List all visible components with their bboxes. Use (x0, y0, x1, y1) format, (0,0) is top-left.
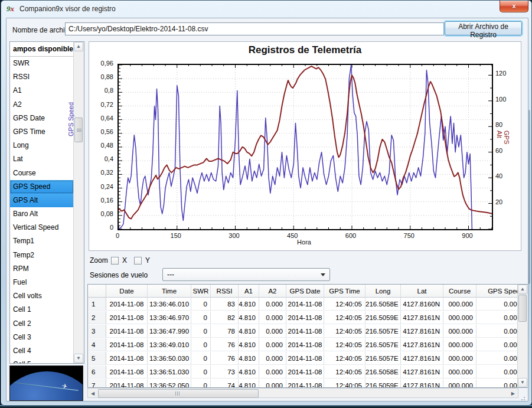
table-cell[interactable]: 216.5058E (365, 298, 401, 311)
zoom-x-checkbox[interactable] (111, 257, 119, 265)
table-cell[interactable]: 216.5058E (365, 365, 401, 378)
table-cell[interactable]: 83 (211, 298, 239, 311)
table-cell[interactable]: 12:40:05 (324, 298, 365, 311)
column-header[interactable]: SWR (191, 285, 211, 298)
table-cell[interactable]: 82 (211, 311, 239, 324)
table-cell[interactable]: 0 (191, 338, 211, 351)
table-vscrollbar[interactable]: ▲ ▼ (517, 285, 528, 387)
column-header[interactable]: GPS Time (324, 285, 365, 298)
table-cell[interactable]: 2014-11-08 (106, 379, 148, 387)
table-cell[interactable]: 12:40:05 (324, 338, 365, 351)
table-cell[interactable]: 4.810 (239, 365, 259, 378)
table-cell[interactable]: 76 (211, 338, 239, 351)
table-cell[interactable]: 13:36:46.010 (148, 298, 191, 311)
fields-scrollbar[interactable]: ▲ ▼ (73, 42, 84, 363)
file-path-input[interactable] (65, 22, 444, 35)
table-cell[interactable]: 0.000 (476, 379, 518, 387)
table-cell[interactable]: 13:36:46.970 (148, 311, 191, 324)
table-cell[interactable]: 6 (88, 365, 106, 378)
table-cell[interactable]: 74 (211, 379, 239, 387)
table-cell[interactable]: 000.000 (443, 352, 476, 365)
table-cell[interactable]: 4.810 (239, 338, 259, 351)
table-cell[interactable]: 0 (191, 379, 211, 387)
table-cell[interactable]: 0 (191, 298, 211, 311)
table-cell[interactable]: 13:36:49.010 (148, 338, 191, 351)
column-header[interactable]: A2 (259, 285, 286, 298)
field-item-fuel[interactable]: Fuel (10, 276, 74, 289)
flight-sessions-dropdown[interactable]: --- (162, 268, 330, 281)
table-cell[interactable]: 0 (191, 311, 211, 324)
title-bar[interactable]: 9x Companion9x visor de registro x (1, 1, 531, 18)
table-cell[interactable]: 2014-11-08 (286, 338, 324, 351)
table-cell[interactable]: 73 (211, 365, 239, 378)
table-row[interactable]: 32014-11-0813:36:47.9900784.8100.0002014… (88, 325, 518, 338)
field-item-cell-4[interactable]: Cell 4 (10, 344, 74, 358)
table-hscrollbar-thumb[interactable] (98, 389, 259, 398)
column-header[interactable]: GPS Speed (476, 285, 518, 298)
field-item-temp2[interactable]: Temp2 (10, 249, 74, 262)
field-item-cell-3[interactable]: Cell 3 (10, 331, 74, 344)
column-header[interactable]: A1 (239, 285, 259, 298)
table-cell[interactable]: 4.810 (239, 379, 259, 387)
table-cell[interactable]: 216.5059E (365, 311, 401, 324)
table-cell[interactable]: 4127.8160N (401, 298, 443, 311)
scroll-up-icon[interactable]: ▲ (74, 42, 83, 51)
table-hscrollbar[interactable]: ◀ ▶ (87, 388, 518, 398)
table-cell[interactable]: 0 (191, 352, 211, 365)
table-cell[interactable]: 4.810 (239, 325, 259, 338)
open-log-button[interactable]: Abrir Archivo de Registro (445, 21, 522, 35)
table-cell[interactable]: 000.000 (443, 325, 476, 338)
field-item-long[interactable]: Long (10, 139, 74, 152)
table-cell[interactable]: 12:40:05 (324, 325, 365, 338)
table-cell[interactable]: 000.000 (443, 379, 476, 387)
table-cell[interactable]: 216.5059E (365, 379, 401, 387)
table-cell[interactable]: 4.810 (239, 298, 259, 311)
field-item-swr[interactable]: SWR (10, 57, 74, 70)
table-cell[interactable]: 0 (191, 325, 211, 338)
table-cell[interactable]: 0.000 (476, 365, 518, 378)
table-scroll-up-icon[interactable]: ▲ (518, 285, 527, 294)
table-cell[interactable]: 2014-11-08 (106, 338, 148, 351)
zoom-y-checkbox[interactable] (134, 257, 142, 265)
column-header[interactable]: Time (148, 285, 191, 298)
table-cell[interactable]: 4127.8161N (401, 379, 443, 387)
table-cell[interactable]: 216.5057E (365, 352, 401, 365)
field-item-cell-1[interactable]: Cell 1 (10, 303, 74, 316)
table-cell[interactable]: 2014-11-08 (106, 365, 148, 378)
table-row[interactable]: 12014-11-0813:36:46.0100834.8100.0002014… (88, 298, 518, 311)
table-cell[interactable]: 2014-11-08 (106, 311, 148, 324)
field-item-cell-5[interactable]: Cell 5 (10, 358, 74, 363)
table-vscrollbar-thumb[interactable] (518, 295, 527, 322)
table-cell[interactable]: 2014-11-08 (106, 325, 148, 338)
field-item-lat[interactable]: Lat (10, 152, 74, 166)
table-cell[interactable]: 12:40:05 (324, 352, 365, 365)
table-cell[interactable]: 4127.8161N (401, 338, 443, 351)
table-cell[interactable]: 13:36:51.030 (148, 365, 191, 378)
table-cell[interactable]: 000.000 (443, 311, 476, 324)
table-cell[interactable]: 4127.8161N (401, 325, 443, 338)
table-cell[interactable]: 0.000 (259, 338, 286, 351)
close-button[interactable]: x (500, 1, 528, 12)
table-cell[interactable]: 3 (88, 325, 106, 338)
table-cell[interactable]: 2014-11-08 (286, 365, 324, 378)
table-cell[interactable]: 000.000 (443, 365, 476, 378)
table-cell[interactable]: 0.000 (476, 298, 518, 311)
field-item-baro-alt[interactable]: Baro Alt (10, 207, 74, 221)
table-cell[interactable]: 1 (88, 298, 106, 311)
column-header[interactable]: RSSI (211, 285, 239, 298)
fields-scrollbar-thumb[interactable] (74, 117, 83, 142)
table-cell[interactable]: 000.000 (443, 298, 476, 311)
table-cell[interactable]: 2014-11-08 (286, 325, 324, 338)
table-cell[interactable]: 0 (191, 365, 211, 378)
column-header[interactable]: Course (443, 285, 476, 298)
field-item-vertical-speed[interactable]: Vertical Speed (10, 221, 74, 234)
table-cell[interactable]: 5 (88, 352, 106, 365)
field-item-gps-alt[interactable]: GPS Alt (10, 194, 74, 207)
table-cell[interactable]: 4 (88, 338, 106, 351)
table-cell[interactable]: 7 (88, 379, 106, 387)
table-cell[interactable]: 2014-11-08 (286, 379, 324, 387)
table-cell[interactable]: 0.000 (259, 352, 286, 365)
table-cell[interactable]: 0.000 (476, 325, 518, 338)
table-cell[interactable]: 13:36:52.050 (148, 379, 191, 387)
table-cell[interactable]: 4127.8161N (401, 311, 443, 324)
